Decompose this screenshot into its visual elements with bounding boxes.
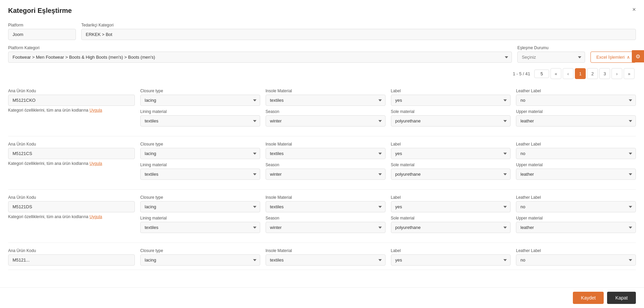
page-2-button[interactable]: 2 [587, 68, 598, 79]
platform-input[interactable] [8, 29, 76, 40]
leather-label-select-1[interactable]: no [516, 148, 636, 159]
sole-material-select-1[interactable]: polyurethane [391, 169, 511, 180]
product-code-label-3: Ana Ürün Kodu [8, 248, 135, 253]
field-leather-label-0: Leather Label no [516, 89, 636, 106]
pagination-info: 1 - 5 / 41 [513, 71, 530, 76]
label-select-2[interactable]: yes [391, 201, 511, 212]
product-code-input-3[interactable] [8, 254, 135, 266]
leather-label-select-2[interactable]: no [516, 201, 636, 212]
tedarikci-input[interactable] [81, 29, 636, 40]
sole-material-select-2[interactable]: polyurethane [391, 222, 511, 233]
field-leather-label-1: Leather Label no [516, 142, 636, 159]
apply-link-btn-0[interactable]: Uygula [89, 108, 102, 113]
insole-material-label-3: Insole Material [266, 248, 386, 253]
field-closure-type-1: Closure type lacing [140, 142, 260, 159]
upper-material-label-1: Upper material [516, 162, 636, 167]
insole-material-select-0[interactable]: textiles [266, 95, 386, 106]
apply-link-2: Kategori özelliklerini, tüm ana ürün kod… [8, 214, 135, 219]
upper-material-label-0: Upper material [516, 109, 636, 114]
lining-material-select-0[interactable]: textiles [140, 115, 260, 127]
product-row-0: Ana Ürün Kodu Kategori özelliklerini, tü… [8, 83, 636, 136]
insole-material-select-3[interactable]: textiles [266, 254, 386, 266]
leather-label-select-0[interactable]: no [516, 95, 636, 106]
sole-material-select-0[interactable]: polyurethane [391, 115, 511, 127]
platform-kategori-label: Platform Kategori [8, 45, 512, 50]
product-code-label-0: Ana Ürün Kodu [8, 89, 135, 93]
close-icon-button[interactable]: × [632, 6, 636, 13]
bottom-bar: Kaydet Kapat [0, 287, 644, 308]
product-code-input-0[interactable] [8, 95, 135, 106]
product-row-1: Ana Ürün Kodu Kategori özelliklerini, tü… [8, 136, 636, 190]
field-label-3: Label yes [391, 248, 511, 266]
kapat-button[interactable]: Kapat [607, 292, 636, 304]
leather-label-select-3[interactable]: no [516, 254, 636, 266]
page-size-input[interactable] [534, 70, 549, 78]
lining-material-select-2[interactable]: textiles [140, 222, 260, 233]
lining-material-label-1: Lining material [140, 162, 260, 167]
field-insole-material-1: Insole Material textiles [266, 142, 386, 159]
insole-material-label-0: Insole Material [266, 89, 386, 93]
apply-link-btn-1[interactable]: Uygula [89, 161, 102, 166]
leather-label-label-2: Leather Label [516, 195, 636, 200]
first-page-button[interactable]: « [550, 68, 561, 79]
insole-material-label-2: Insole Material [266, 195, 386, 200]
product-header-3: Ana Ürün Kodu Closure type lacing Insole… [8, 248, 636, 266]
platform-label: Platform [8, 23, 76, 27]
kaydet-button[interactable]: Kaydet [573, 292, 604, 304]
closure-type-label-2: Closure type [140, 195, 260, 200]
product-code-input-1[interactable] [8, 148, 135, 159]
field-upper-material-2: Upper material leather [516, 216, 636, 233]
page-1-button[interactable]: 1 [575, 68, 586, 79]
modal-title: Kategori Eşleştirme [8, 7, 636, 15]
esleme-durumu-input[interactable] [517, 52, 585, 63]
excel-chevron-icon: ∧ [627, 55, 630, 60]
lining-material-select-1[interactable]: textiles [140, 169, 260, 180]
label-select-1[interactable]: yes [391, 148, 511, 159]
last-page-button[interactable]: » [624, 68, 635, 79]
excel-islemleri-button[interactable]: Excel İşlemleri ∧ [590, 52, 636, 63]
upper-material-select-0[interactable]: leather [516, 115, 636, 127]
platform-kategori-select[interactable]: Footwear > Men Footwear > Boots & High B… [8, 52, 512, 63]
settings-button[interactable]: ⚙ [632, 50, 644, 62]
closure-type-select-2[interactable]: lacing [140, 201, 260, 212]
esleme-durumu-group: Eşleşme Durumu [517, 45, 585, 63]
leather-label-label-0: Leather Label [516, 89, 636, 93]
label-select-0[interactable]: yes [391, 95, 511, 106]
next-page-button[interactable]: › [611, 68, 622, 79]
label-select-3[interactable]: yes [391, 254, 511, 266]
field-season-1: Season winter [266, 162, 386, 180]
platform-group: Platform [8, 23, 76, 40]
upper-material-select-1[interactable]: leather [516, 169, 636, 180]
field-closure-type-3: Closure type lacing [140, 248, 260, 266]
apply-link-1: Kategori özelliklerini, tüm ana ürün kod… [8, 161, 135, 166]
season-select-2[interactable]: winter [266, 222, 386, 233]
field-label-2: Label yes [391, 195, 511, 212]
pagination-row: 1 - 5 / 41 « ‹ 1 2 3 › » [8, 68, 636, 79]
upper-material-select-2[interactable]: leather [516, 222, 636, 233]
sole-material-label-2: Sole material [391, 216, 511, 220]
product-code-label-1: Ana Ürün Kodu [8, 142, 135, 147]
lining-material-label-2: Lining material [140, 216, 260, 220]
product-fields-1: Closure type lacing Insole Material text… [140, 142, 636, 180]
closure-type-select-0[interactable]: lacing [140, 95, 260, 106]
closure-type-select-3[interactable]: lacing [140, 254, 260, 266]
apply-link-0: Kategori özelliklerini, tüm ana ürün kod… [8, 108, 135, 113]
apply-link-btn-2[interactable]: Uygula [89, 214, 102, 219]
sole-material-label-1: Sole material [391, 162, 511, 167]
page-3-button[interactable]: 3 [599, 68, 610, 79]
excel-btn-container: Excel İşlemleri ∧ [590, 52, 636, 63]
field-insole-material-0: Insole Material textiles [266, 89, 386, 106]
field-leather-label-3: Leather Label no [516, 248, 636, 266]
insole-material-select-2[interactable]: textiles [266, 201, 386, 212]
label-label-3: Label [391, 248, 511, 253]
insole-material-select-1[interactable]: textiles [266, 148, 386, 159]
modal-container: × Kategori Eşleştirme Platform Tedarikçi… [0, 0, 644, 308]
close-icon: × [632, 6, 636, 13]
closure-type-select-1[interactable]: lacing [140, 148, 260, 159]
season-select-1[interactable]: winter [266, 169, 386, 180]
season-select-0[interactable]: winter [266, 115, 386, 127]
product-code-input-2[interactable] [8, 201, 135, 212]
product-header-0: Ana Ürün Kodu Kategori özelliklerini, tü… [8, 89, 636, 127]
prev-page-button[interactable]: ‹ [563, 68, 574, 79]
sole-material-label-0: Sole material [391, 109, 511, 114]
